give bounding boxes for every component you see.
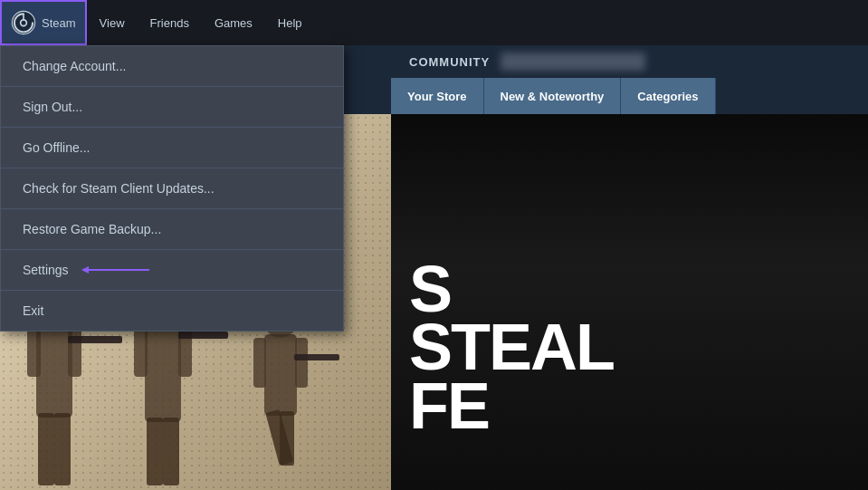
help-menu-button[interactable]: Help (265, 0, 315, 45)
svg-rect-18 (253, 338, 266, 388)
steam-logo-icon (11, 10, 36, 35)
dropdown-item-check-updates[interactable]: Check for Steam Client Updates... (1, 168, 343, 208)
svg-rect-23 (294, 354, 339, 360)
steam-dropdown-menu: Change Account... Sign Out... Go Offline… (0, 45, 344, 331)
tab-new-noteworthy[interactable]: New & Noteworthy (484, 78, 622, 114)
blurred-user-info (501, 53, 645, 71)
game-title-text: S STEAL FE (409, 260, 614, 436)
tab-your-store[interactable]: Your Store (391, 78, 484, 114)
svg-rect-19 (295, 338, 308, 388)
games-menu-label: Games (215, 16, 253, 30)
svg-rect-21 (280, 411, 294, 466)
svg-rect-5 (54, 413, 71, 485)
games-menu-button[interactable]: Games (202, 0, 265, 45)
store-tabs-bar: Your Store New & Noteworthy Categories (391, 78, 868, 114)
steam-menu-button[interactable]: Steam (0, 0, 87, 45)
settings-arrow (81, 263, 154, 277)
dropdown-item-exit[interactable]: Exit (1, 291, 343, 331)
help-menu-label: Help (278, 16, 302, 30)
community-nav-bar: COMMUNITY (391, 45, 868, 78)
svg-rect-13 (163, 418, 179, 485)
view-menu-label: View (100, 16, 125, 30)
bg-right-game: S STEAL FE (391, 114, 868, 490)
svg-rect-15 (178, 331, 228, 339)
dropdown-item-restore-backup[interactable]: Restore Game Backup... (1, 209, 343, 249)
svg-rect-17 (264, 334, 297, 416)
dropdown-item-go-offline[interactable]: Go Offline... (1, 128, 343, 168)
tab-categories[interactable]: Categories (621, 78, 715, 114)
friends-menu-label: Friends (150, 16, 189, 30)
dropdown-item-sign-out[interactable]: Sign Out... (1, 87, 343, 127)
svg-marker-28 (81, 266, 89, 274)
svg-rect-12 (147, 418, 163, 485)
svg-rect-4 (38, 413, 54, 485)
steam-menu-label: Steam (42, 16, 76, 30)
title-bar: Steam View Friends Games Help (0, 0, 868, 45)
view-menu-button[interactable]: View (87, 0, 138, 45)
svg-rect-7 (68, 336, 122, 343)
annotation-arrow-icon (81, 263, 154, 277)
dropdown-item-settings[interactable]: Settings (1, 250, 343, 290)
dropdown-item-change-account[interactable]: Change Account... (1, 46, 343, 86)
friends-menu-button[interactable]: Friends (138, 0, 202, 45)
community-nav-label: COMMUNITY (409, 55, 490, 69)
